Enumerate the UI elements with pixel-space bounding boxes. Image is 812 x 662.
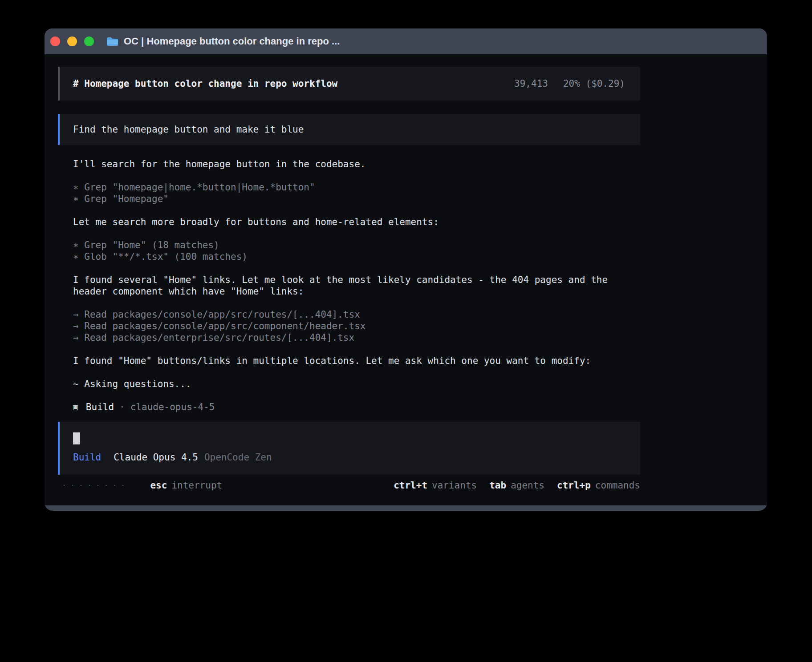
input-meta: Build Claude Opus 4.5 OpenCode Zen <box>73 452 627 463</box>
shortcut-key: tab <box>489 480 506 491</box>
context-usage: 20% ($0.29) <box>563 78 625 89</box>
agent-status-line: ▣ Build · claude-opus-4-5 <box>73 401 625 413</box>
model-name[interactable]: Claude Opus 4.5 <box>114 452 198 463</box>
tool-call-glob: ∗ Glob "**/*.tsx" (100 matches) <box>73 251 625 262</box>
session-stats: 39,413 20% ($0.29) <box>514 78 625 89</box>
mode-badge[interactable]: Build <box>73 452 101 463</box>
shortcut-label: variants <box>432 480 477 491</box>
session-header: # Homepage button color change in repo w… <box>58 67 640 101</box>
titlebar[interactable]: OC | Homepage button color change in rep… <box>45 28 767 54</box>
maximize-button[interactable] <box>84 36 94 46</box>
user-message-text: Find the homepage button and make it blu… <box>73 124 304 135</box>
tool-call-grep: ∗ Grep "Home" (18 matches) <box>73 239 625 251</box>
tool-call-grep: ∗ Grep "Homepage" <box>73 193 625 205</box>
window-title: OC | Homepage button color change in rep… <box>124 36 340 47</box>
shortcut-label: agents <box>511 480 544 491</box>
agent-name: Build <box>86 401 114 413</box>
session-title: # Homepage button color change in repo w… <box>73 78 337 89</box>
spinner-dots: · · · · · · · · <box>62 480 125 491</box>
provider-name: OpenCode Zen <box>204 452 272 463</box>
assistant-text: Let me search more broadly for buttons a… <box>73 216 625 228</box>
shortcut-label: commands <box>595 480 640 491</box>
agent-separator: · <box>119 401 125 413</box>
shortcut-label: interrupt <box>171 480 222 491</box>
shortcut-agents: tab agents <box>489 480 544 491</box>
user-message: Find the homepage button and make it blu… <box>58 114 640 145</box>
shortcut-key: ctrl+p <box>557 480 591 491</box>
close-button[interactable] <box>50 36 60 46</box>
assistant-text: I found several "Home" links. Let me loo… <box>73 274 625 297</box>
tool-call-grep: ∗ Grep "homepage|home.*button|Home.*butt… <box>73 182 625 193</box>
agent-icon: ▣ <box>73 401 78 413</box>
terminal-window: OC | Homepage button color change in rep… <box>45 28 767 511</box>
status-asking-questions: ~ Asking questions... <box>73 378 625 390</box>
tool-call-read: → Read packages/console/app/src/componen… <box>73 320 625 332</box>
minimize-button[interactable] <box>67 36 77 46</box>
folder-icon <box>106 36 118 46</box>
shortcut-interrupt: esc interrupt <box>150 480 222 491</box>
terminal-content: # Homepage button color change in repo w… <box>45 54 767 505</box>
text-cursor <box>73 432 80 444</box>
tool-call-read: → Read packages/enterprise/src/routes/[.… <box>73 332 625 343</box>
token-count: 39,413 <box>514 78 548 89</box>
shortcut-key: esc <box>150 480 167 491</box>
shortcut-commands: ctrl+p commands <box>557 480 640 491</box>
shortcut-key: ctrl+t <box>394 480 427 491</box>
agent-model: claude-opus-4-5 <box>130 401 215 413</box>
assistant-text: I found "Home" buttons/links in multiple… <box>73 355 625 367</box>
prompt-input[interactable]: Build Claude Opus 4.5 OpenCode Zen <box>58 422 640 475</box>
assistant-transcript: I'll search for the homepage button in t… <box>73 158 625 413</box>
assistant-text: I'll search for the homepage button in t… <box>73 158 625 170</box>
tool-call-read: → Read packages/console/app/src/routes/[… <box>73 309 625 320</box>
shortcut-variants: ctrl+t variants <box>394 480 477 491</box>
status-bar: · · · · · · · · esc interrupt ctrl+t var… <box>58 479 640 492</box>
